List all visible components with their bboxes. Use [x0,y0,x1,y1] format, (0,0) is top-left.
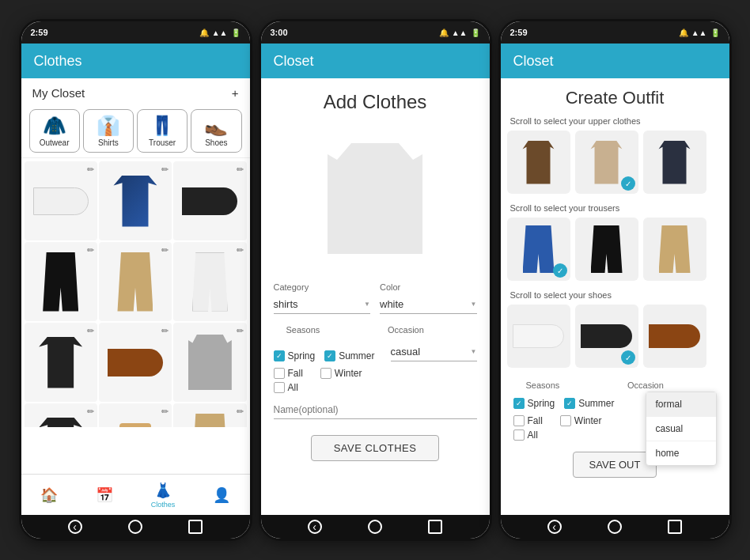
occasion-select[interactable]: casual [391,342,477,361]
all-checkbox-item-3[interactable]: All [513,429,538,441]
spring-checkbox-3[interactable] [513,398,525,409]
list-item[interactable]: ✏ [173,403,246,427]
edit-icon: ✏ [161,407,169,417]
color-select[interactable]: white [380,295,477,314]
nav-calendar[interactable]: 📅 [96,486,113,504]
form-category-color-row: Category shirts Color white [261,278,490,319]
seasons-label-3: Seasons [513,376,573,392]
list-item[interactable]: ✓ [575,131,638,194]
winter-checkbox-3[interactable] [560,415,571,426]
gesture-bar-3 [501,515,729,539]
fall-checkbox-item-3[interactable]: Fall [513,415,543,426]
summer-checkbox-item[interactable]: Summer [324,350,374,361]
category-group: Category shirts [274,282,371,314]
spring-summer-row: Spring Summer casual [261,338,490,366]
nav-clothes[interactable]: 👗 Clothes [151,482,176,509]
category-outwear[interactable]: 🧥 Outwear [29,109,80,153]
category-select[interactable]: shirts [274,295,371,314]
list-item[interactable] [643,305,706,368]
list-item[interactable]: ✏ [99,403,172,427]
list-item[interactable] [643,218,706,281]
status-bar-1: 2:59 🔔 ▲▲ 🔋 [21,21,250,44]
add-closet-button[interactable]: + [232,86,239,100]
winter-checkbox-item-3[interactable]: Winter [560,415,602,426]
screen-content-3: Create Outfit Scroll to select your uppe… [501,78,729,515]
list-item[interactable]: ✏ [99,242,172,321]
category-shoes[interactable]: 👞 Shoes [191,109,241,153]
status-icons-1: 🔔 ▲▲ 🔋 [199,28,241,37]
fall-checkbox-item[interactable]: Fall [274,368,303,379]
list-item[interactable]: ✏ [99,161,172,240]
edit-icon: ✏ [237,165,244,175]
list-item[interactable]: ✏ [173,161,246,240]
list-item[interactable]: ✏ [25,242,97,321]
screen-content-2: Add Clothes Category shirts Color whit [261,78,490,515]
spring-checkbox-item-3[interactable]: Spring [513,398,555,409]
trouser-blue [523,225,555,273]
shoe-brown [649,324,700,348]
recent-button-2[interactable] [428,520,442,534]
list-item[interactable] [643,131,706,194]
summer-checkbox[interactable] [324,350,335,361]
upper-shirt-dark [655,141,695,184]
nav-home[interactable]: 🏠 [40,486,58,504]
list-item[interactable]: ✏ [25,323,97,402]
fall-checkbox-3[interactable] [513,415,525,426]
home-button[interactable] [128,520,142,534]
create-outfit-title: Create Outfit [501,78,729,113]
spring-checkbox[interactable] [274,350,285,361]
phone2-add-clothes: 3:00 🔔 ▲▲ 🔋 Closet Add Clothes Category [259,19,492,541]
list-item[interactable]: ✏ [173,323,246,402]
time-1: 2:59 [31,28,48,37]
category-shirts[interactable]: 👔 Shirts [83,109,134,153]
app-bar-2: Closet [261,44,490,78]
summer-checkbox-3[interactable] [564,398,575,409]
home-button-3[interactable] [608,520,622,534]
spring-checkbox-item[interactable]: Spring [274,350,316,361]
dropdown-item-casual[interactable]: casual [646,417,716,441]
tshirt-preview [328,143,422,254]
save-outfit-button[interactable]: SAVE OUT [573,452,657,478]
recent-button-3[interactable] [668,520,682,534]
all-checkbox-item[interactable]: All [274,382,298,393]
list-item[interactable]: ✓ [575,305,638,368]
list-item[interactable] [575,218,638,281]
back-button-3[interactable] [547,520,562,534]
category-label: Category [274,282,371,292]
clothes-item-black-shoe [182,187,237,215]
recent-button[interactable] [188,520,203,534]
nav-profile[interactable]: 👤 [213,486,230,504]
all-checkbox-3[interactable] [513,429,525,441]
back-button-2[interactable] [308,520,322,534]
save-clothes-button[interactable]: SAVE CLOTHES [311,435,440,461]
all-checkbox[interactable] [274,382,285,393]
list-item[interactable]: ✏ [99,323,172,402]
name-input[interactable] [274,401,477,419]
list-item[interactable] [507,305,570,368]
dropdown-item-home[interactable]: home [646,441,716,465]
clothes-item-jacket [188,335,232,390]
list-item[interactable]: ✏ [173,242,246,321]
status-bar-2: 3:00 🔔 ▲▲ 🔋 [261,21,490,44]
summer-checkbox-item-3[interactable]: Summer [564,398,614,409]
upper-clothes-label: Scroll to select your upper clothes [501,113,729,127]
winter-checkbox[interactable] [320,368,331,379]
my-closet-title: My Closet [32,86,85,100]
dropdown-item-formal[interactable]: formal [646,392,716,417]
app-title-2: Closet [274,53,314,70]
status-icons-2: 🔔 ▲▲ 🔋 [439,28,480,37]
time-3: 2:59 [510,28,528,37]
outwear-label: Outwear [40,138,70,147]
upper-shirt-beige [587,141,627,184]
winter-checkbox-item[interactable]: Winter [320,368,362,379]
back-button[interactable] [68,520,82,534]
list-item[interactable]: ✏ [25,161,97,240]
fall-checkbox[interactable] [274,368,285,379]
create-outfit-content: Create Outfit Scroll to select your uppe… [501,78,729,515]
list-item[interactable] [507,131,570,194]
shirts-icon: 👔 [97,115,120,137]
list-item[interactable]: ✏ [25,403,97,427]
home-button-2[interactable] [368,520,382,534]
category-trouser[interactable]: 👖 Trouser [137,109,188,153]
list-item[interactable]: ✓ [507,218,570,281]
